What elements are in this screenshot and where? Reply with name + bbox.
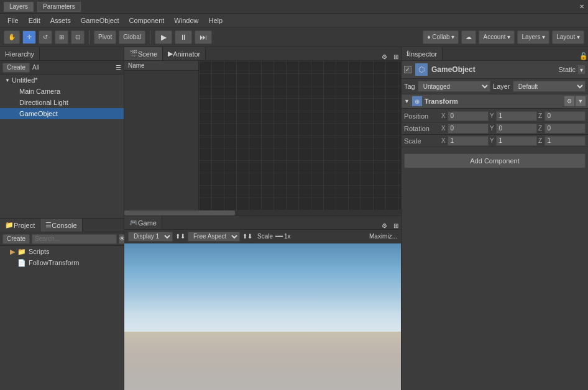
tag-select[interactable]: Untagged [418,81,490,92]
account-button[interactable]: Account ▾ [479,30,515,44]
menu-gameobject[interactable]: GameObject [76,16,124,25]
hierarchy-create-button[interactable]: Create [2,63,30,73]
tree-arrow-untitled: ▼ [5,78,10,83]
tag-layer-row: Tag Untagged Layer Default [402,79,588,94]
rotation-xyz: X Y Z [441,124,586,134]
project-create-button[interactable]: Create [2,234,30,244]
menu-file[interactable]: File [2,16,24,25]
tab-game[interactable]: 🎮 Game [124,216,162,229]
hierarchy-tree: ▼ Untitled* Main Camera Directional Ligh… [0,75,124,218]
pause-button[interactable]: ⏸ [175,30,192,44]
tab-console[interactable]: ☰ Console [40,219,82,232]
layers-button[interactable]: Layers ▾ [517,30,549,44]
rotation-row: Rotation X Y Z [402,122,588,135]
game-maximize-icon[interactable]: ⊞ [391,222,401,229]
global-button[interactable]: Global [119,30,145,44]
folder-icon-scripts-img: 📁 [17,248,26,256]
animator-grid[interactable] [199,61,401,215]
horizon-fog [124,319,401,390]
rotation-y-input[interactable] [496,124,537,134]
display-select[interactable]: Display 1 [128,232,173,242]
position-z-input[interactable] [544,111,586,121]
tree-item-untitled[interactable]: ▼ Untitled* [0,75,124,86]
scale-z-field: Z [538,136,586,146]
layout-button[interactable]: Layout ▾ [552,30,584,44]
menu-edit[interactable]: Edit [24,16,45,25]
animator-close-icon[interactable]: ✕ [579,3,584,10]
script-icon: 📄 [17,259,26,267]
tab-scene[interactable]: 🎬 Scene [124,47,163,60]
game-settings-icon[interactable]: ⚙ [378,222,391,229]
x-label-rot: X [441,125,446,132]
layer-select[interactable]: Default [513,81,586,92]
z-label-rot: Z [538,125,543,132]
animator-scrollbar[interactable] [124,211,401,215]
gameobject-name[interactable]: GameObject [431,65,554,74]
transform-fields: Position X Y Z [402,109,588,148]
project-item-label-scripts: Scripts [29,248,50,255]
tab-project[interactable]: 📁 Project [0,219,40,232]
collab-button[interactable]: ♦ Collab ▾ [423,30,459,44]
scene-maximize-icon[interactable]: ⊞ [391,53,401,60]
rotation-label: Rotation [404,125,441,132]
rect-tool[interactable]: ⊡ [71,30,85,44]
project-item-followtransform[interactable]: 📄 FollowTransform [0,257,124,268]
animator-params-tab[interactable]: Parameters [37,2,81,12]
tree-item-main-camera[interactable]: Main Camera [0,86,124,97]
scale-row: Scale X Y Z [402,135,588,147]
scale-x-input[interactable] [448,136,489,146]
cloud-button[interactable]: ☁ [461,30,476,44]
z-label-pos: Z [538,112,543,119]
menu-window[interactable]: Window [169,16,203,25]
pivot-button[interactable]: Pivot [94,30,116,44]
rotation-z-input[interactable] [544,124,586,134]
tab-animator[interactable]: ▶ Animator [163,47,206,60]
scene-settings-icon[interactable]: ⚙ [378,53,391,60]
project-item-scripts[interactable]: ▶ 📁 Scripts [0,246,124,257]
move-tool[interactable]: ✛ [22,30,36,44]
menu-bar: File Edit Assets GameObject Component Wi… [0,14,588,27]
hand-tool[interactable]: ✋ [4,30,20,44]
position-y-input[interactable] [496,111,537,121]
add-component-button[interactable]: Add Component [404,153,586,168]
tree-item-label-gameobject: GameObject [19,110,58,117]
animator-layers-tab[interactable]: Layers [4,2,34,12]
menu-component[interactable]: Component [124,16,169,25]
transform-settings-btn[interactable]: ⚙ [564,96,574,106]
transform-header[interactable]: ▼ ⊕ Transform ⚙ ▼ [402,94,588,109]
scale-z-input[interactable] [544,136,586,146]
position-xyz: X Y Z [441,111,586,121]
project-item-label-follow: FollowTransform [29,259,80,266]
transform-more-btn[interactable]: ▼ [576,96,586,106]
scale-value: 1x [284,233,291,240]
game-view-container: 🎮 Game ⚙ ⊞ Display 1 ⬆⬇ Free Aspect ⬆⬇ S… [124,216,401,390]
aspect-select[interactable]: Free Aspect [188,232,240,242]
toolbar: ✋ ✛ ↺ ⊞ ⊡ Pivot Global ▶ ⏸ ⏭ ♦ Collab ▾ … [0,27,588,47]
hierarchy-menu-icon[interactable]: ☰ [116,64,121,71]
static-dropdown-button[interactable]: ▾ [577,65,586,75]
menu-assets[interactable]: Assets [45,16,76,25]
tab-inspector[interactable]: ℹ Inspector [402,47,443,60]
tree-item-directional-light[interactable]: Directional Light [0,97,124,108]
tree-item-label-untitled: Untitled* [12,76,38,84]
gameobject-active-checkbox[interactable]: ✓ [404,66,411,73]
transform-icon: ⊕ [412,96,422,106]
menu-help[interactable]: Help [203,16,227,25]
game-tab-bar: 🎮 Game ⚙ ⊞ [124,216,401,230]
rotation-x-input[interactable] [448,124,489,134]
rotate-tool[interactable]: ↺ [39,30,52,44]
tab-hierarchy[interactable]: Hierarchy [0,47,40,60]
scrollbar-thumb [124,211,235,215]
transform-arrow-icon: ▼ [404,98,410,104]
scale-tool[interactable]: ⊞ [55,30,68,44]
scale-y-input[interactable] [496,136,537,146]
scale-label-tf: Scale [404,137,441,145]
step-button[interactable]: ⏭ [195,30,212,44]
project-search[interactable] [32,234,117,244]
hierarchy-all-label: All [32,64,39,71]
inspector-panel: ℹ Inspector 🔓 ✓ ⬡ GameObject Static ▾ Ta… [402,47,588,390]
inspector-lock-icon[interactable]: 🔓 [579,52,588,60]
position-x-input[interactable] [448,111,489,121]
play-button[interactable]: ▶ [155,30,172,44]
tree-item-gameobject[interactable]: GameObject [0,108,124,119]
